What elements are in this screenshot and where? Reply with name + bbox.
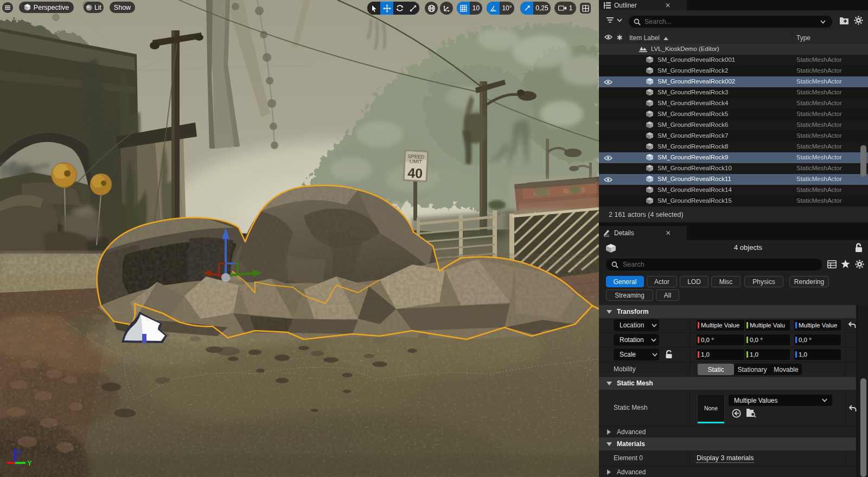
svg-text:LIMIT: LIMIT bbox=[410, 158, 423, 164]
svg-text:z: z bbox=[18, 448, 22, 456]
svg-text:Y: Y bbox=[27, 459, 32, 467]
svg-text:40: 40 bbox=[407, 165, 423, 181]
